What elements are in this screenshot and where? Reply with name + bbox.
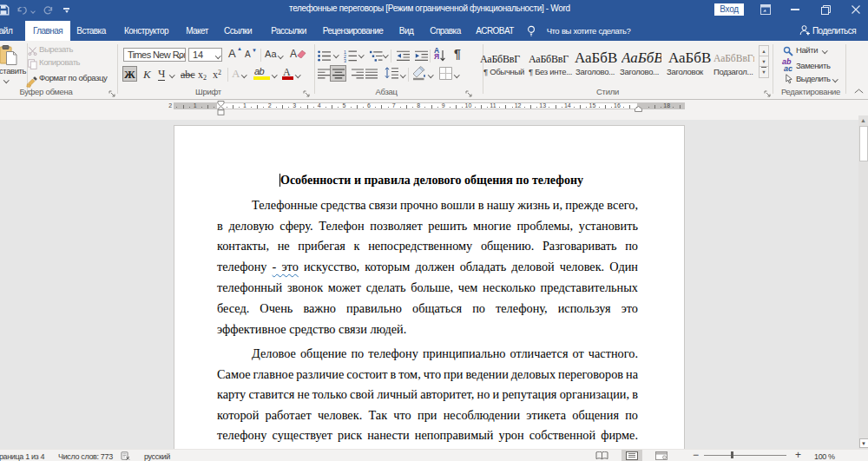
svg-text:3: 3 (344, 58, 346, 63)
